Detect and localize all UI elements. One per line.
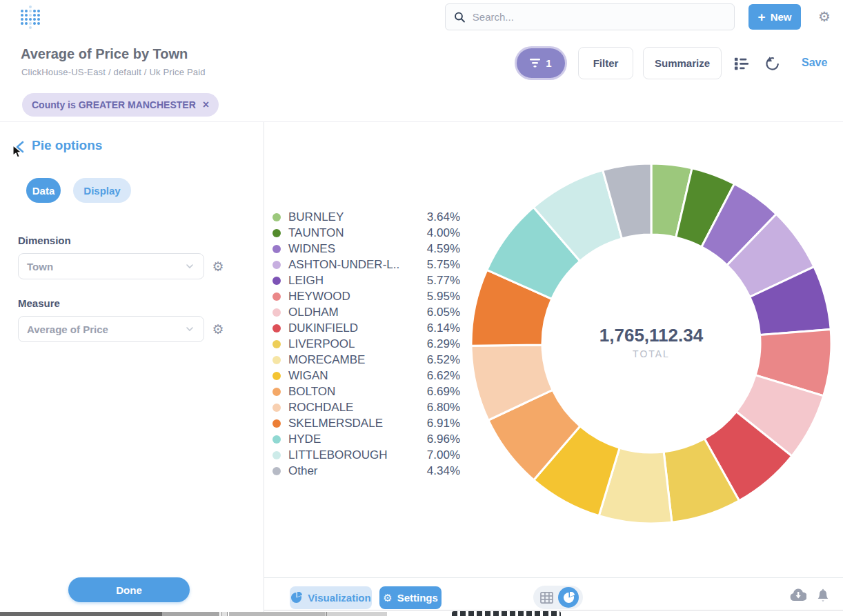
- pie-view-icon[interactable]: [558, 587, 579, 608]
- global-search[interactable]: [445, 3, 735, 30]
- bell-icon[interactable]: [816, 588, 830, 603]
- legend-item[interactable]: DUKINFIELD6.14%: [272, 320, 460, 336]
- legend-item[interactable]: HEYWOOD5.95%: [272, 288, 460, 304]
- legend-color-dot: [272, 356, 281, 364]
- legend-color-dot: [272, 277, 281, 285]
- legend-item[interactable]: ROCHDALE6.80%: [272, 399, 460, 415]
- filter-count: 1: [546, 57, 551, 69]
- legend-color-dot: [272, 388, 281, 396]
- legend-color-dot: [272, 435, 281, 444]
- display-toggle: [533, 586, 583, 609]
- legend-item[interactable]: HYDE6.96%: [272, 431, 460, 447]
- pie-chart: [468, 161, 834, 526]
- refresh-icon[interactable]: [764, 55, 781, 72]
- save-button[interactable]: Save: [802, 57, 827, 69]
- legend-item[interactable]: LEIGH5.77%: [272, 272, 460, 288]
- remove-filter-icon[interactable]: ×: [203, 99, 209, 110]
- metabase-logo-icon[interactable]: [21, 6, 41, 29]
- measure-value: Average of Price: [27, 324, 108, 335]
- download-icon[interactable]: [790, 588, 806, 602]
- legend-percent: 4.00%: [427, 226, 460, 240]
- legend-percent: 4.59%: [427, 242, 460, 256]
- legend-color-dot: [272, 419, 281, 428]
- clipped-table-text: [452, 611, 561, 616]
- measure-gear-icon[interactable]: ⚙: [210, 321, 226, 337]
- legend-color-dot: [272, 229, 281, 237]
- legend-item[interactable]: MORECAMBE6.52%: [272, 352, 460, 368]
- legend-item[interactable]: LIVERPOOL6.29%: [272, 336, 460, 352]
- filter-button[interactable]: Filter: [578, 47, 633, 79]
- legend-label: LEIGH: [288, 274, 324, 288]
- funnel-icon: [530, 59, 540, 68]
- settings-button-label: Settings: [397, 592, 438, 604]
- legend-item[interactable]: ASHTON-UNDER-L..5.75%: [272, 257, 460, 272]
- legend-color-dot: [272, 292, 281, 301]
- admin-gear-icon[interactable]: ⚙: [817, 9, 832, 24]
- legend-item[interactable]: WIGAN6.62%: [272, 368, 460, 384]
- legend-percent: 6.14%: [427, 321, 460, 335]
- legend-label: ROCHDALE: [288, 401, 353, 415]
- new-button-label: New: [771, 11, 792, 23]
- dimension-value: Town: [27, 261, 53, 272]
- legend-percent: 6.05%: [427, 306, 460, 319]
- legend-label: TAUNTON: [288, 226, 344, 240]
- legend-item[interactable]: SKELMERSDALE6.91%: [272, 415, 460, 431]
- legend-color-dot: [272, 324, 281, 332]
- notebook-editor-icon[interactable]: [734, 56, 749, 71]
- legend-item[interactable]: LITTLEBOROUGH7.00%: [272, 447, 460, 463]
- mouse-cursor: [11, 145, 25, 159]
- done-button[interactable]: Done: [68, 577, 190, 602]
- pie-options-sidebar: Pie options Data Display Dimension Town …: [0, 122, 264, 616]
- legend-percent: 5.77%: [427, 274, 460, 288]
- legend-item[interactable]: TAUNTON4.00%: [272, 225, 460, 241]
- search-icon: [454, 11, 466, 23]
- search-input[interactable]: [473, 11, 726, 23]
- legend-color-dot: [272, 372, 281, 380]
- plus-icon: +: [758, 10, 766, 23]
- measure-select[interactable]: Average of Price: [18, 316, 204, 342]
- visualization-button[interactable]: Visualization: [290, 586, 372, 609]
- legend-label: MORECAMBE: [288, 353, 365, 367]
- gear-icon: ⚙: [383, 592, 392, 604]
- filter-chip[interactable]: County is GREATER MANCHESTER ×: [22, 93, 219, 117]
- page-title: Average of Price by Town: [21, 46, 188, 62]
- bottom-scrollbar-segment: [229, 612, 326, 616]
- bottom-scrollbar-segment: [162, 612, 219, 616]
- legend-item[interactable]: Other4.34%: [272, 463, 460, 479]
- settings-button[interactable]: ⚙ Settings: [379, 586, 442, 609]
- legend-item[interactable]: BOLTON6.69%: [272, 384, 460, 399]
- tab-data[interactable]: Data: [26, 178, 61, 203]
- filter-count-pill[interactable]: 1: [517, 48, 565, 78]
- dimension-gear-icon[interactable]: ⚙: [210, 259, 226, 274]
- legend-label: BURNLEY: [288, 210, 344, 224]
- breadcrumb[interactable]: ClickHouse-US-East / default / Uk Price …: [21, 67, 206, 77]
- summarize-button[interactable]: Summarize: [643, 47, 722, 79]
- tab-display[interactable]: Display: [73, 178, 131, 203]
- legend-item[interactable]: BURNLEY3.64%: [272, 209, 460, 225]
- legend-percent: 7.00%: [427, 448, 460, 462]
- legend-color-dot: [272, 261, 281, 269]
- legend-color-dot: [272, 245, 281, 253]
- pie-chart-icon: [290, 592, 302, 604]
- legend-percent: 6.62%: [427, 369, 460, 383]
- legend-percent: 6.69%: [427, 385, 460, 399]
- new-button[interactable]: + New: [748, 4, 801, 30]
- bottom-scrollbar-segment: [326, 612, 387, 616]
- legend-color-dot: [272, 340, 281, 348]
- filter-chip-label: County is GREATER MANCHESTER: [32, 99, 196, 110]
- legend-color-dot: [272, 451, 281, 459]
- dimension-select[interactable]: Town: [18, 253, 204, 279]
- legend-item[interactable]: OLDHAM6.05%: [272, 304, 460, 320]
- dimension-label: Dimension: [18, 235, 71, 246]
- chevron-down-icon: [184, 324, 195, 335]
- legend-label: HEYWOOD: [288, 290, 350, 304]
- chart-legend: BURNLEY3.64%TAUNTON4.00%WIDNES4.59%ASHTO…: [272, 209, 460, 479]
- legend-label: Other: [288, 464, 318, 478]
- legend-item[interactable]: WIDNES4.59%: [272, 241, 460, 257]
- legend-label: OLDHAM: [288, 306, 339, 319]
- legend-label: ASHTON-UNDER-L..: [288, 258, 399, 272]
- legend-label: WIDNES: [288, 242, 335, 256]
- table-view-icon[interactable]: [537, 592, 555, 604]
- legend-color-dot: [272, 467, 281, 475]
- legend-color-dot: [272, 213, 281, 221]
